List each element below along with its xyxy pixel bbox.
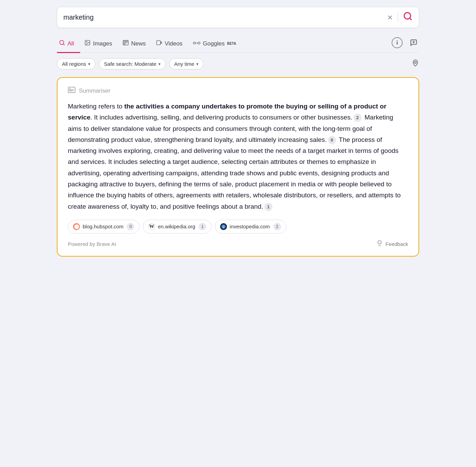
safe-search-filter[interactable]: Safe search: Moderate ▾ [99, 58, 166, 70]
videos-icon [156, 40, 162, 48]
region-filter-label: All regions [62, 61, 86, 67]
tab-goggles[interactable]: GogglesBETA [191, 37, 242, 52]
body-plain: Marketing refers to [68, 103, 124, 110]
investopedia-favicon: i [220, 223, 227, 230]
summariser-footer: Powered by Brave AI Feedback [68, 240, 408, 248]
cite-badge-1[interactable]: 1 [264, 203, 272, 211]
tab-images[interactable]: Images [82, 36, 118, 52]
svg-point-11 [414, 61, 416, 63]
filter-row: All regions ▾ Safe search: Moderate ▾ An… [57, 58, 419, 70]
nav-tabs: All Images News Videos [57, 36, 419, 53]
hubspot-favicon: ⬤ [73, 223, 80, 230]
hubspot-num: 0 [127, 223, 134, 230]
search-input[interactable] [63, 13, 387, 21]
body-rest1: . It includes advertising, selling, and … [91, 114, 352, 121]
time-chevron-icon: ▾ [196, 62, 198, 66]
source-pill-hubspot[interactable]: ⬤ blog.hubspot.com 0 [68, 220, 139, 234]
info-icon: i [396, 40, 398, 45]
feedback-icon-btn[interactable] [408, 37, 419, 48]
tab-news-label: News [131, 40, 146, 47]
svg-point-5 [86, 41, 87, 42]
news-icon [123, 40, 129, 48]
search-bar: ✕ [57, 7, 419, 28]
region-chevron-icon: ▾ [88, 62, 90, 66]
region-filter[interactable]: All regions ▾ [57, 58, 95, 70]
images-icon [84, 40, 91, 48]
summariser-header-icon [68, 87, 75, 95]
nav-right: i [392, 37, 419, 52]
hubspot-url: blog.hubspot.com [83, 224, 123, 229]
all-icon [59, 40, 65, 48]
svg-marker-8 [161, 42, 162, 44]
source-pills: ⬤ blog.hubspot.com 0 W en.wikipedia.org … [68, 220, 408, 234]
cite-badge-2[interactable]: 2 [353, 114, 362, 122]
feedback-button[interactable]: Feedback [376, 240, 408, 248]
feedback-label: Feedback [385, 241, 408, 247]
summariser-title: Summariser [79, 87, 111, 94]
svg-rect-7 [157, 41, 161, 45]
time-filter-label: Any time [174, 61, 194, 67]
safe-search-chevron-icon: ▾ [158, 62, 161, 66]
tab-videos-label: Videos [165, 40, 183, 47]
info-icon-btn[interactable]: i [392, 37, 403, 48]
svg-text:i: i [223, 225, 224, 229]
beta-badge: BETA [227, 42, 236, 45]
tab-all-label: All [68, 40, 74, 47]
wikipedia-url: en.wikipedia.org [158, 224, 195, 229]
svg-line-3 [63, 44, 64, 45]
tab-images-label: Images [93, 40, 112, 47]
source-pill-investopedia[interactable]: i investopedia.com 2 [215, 220, 286, 234]
wikipedia-num: 1 [199, 223, 206, 230]
powered-by-label: Powered by Brave AI [68, 241, 116, 247]
svg-line-1 [410, 18, 411, 20]
feedback-lightbulb-icon [376, 240, 383, 248]
summariser-card: Summariser Marketing refers to the activ… [57, 77, 419, 257]
tab-videos[interactable]: Videos [154, 36, 189, 52]
search-divider [398, 13, 399, 22]
safe-search-filter-label: Safe search: Moderate [104, 61, 156, 67]
tab-goggles-label: Goggles [203, 40, 225, 47]
body-rest3: The process of marketing involves explor… [68, 136, 401, 210]
investopedia-num: 2 [273, 223, 281, 230]
tab-all[interactable]: All [57, 36, 80, 52]
investopedia-url: investopedia.com [230, 224, 270, 229]
location-icon[interactable] [412, 59, 419, 69]
goggles-icon [193, 40, 200, 47]
cite-badge-0[interactable]: 0 [328, 136, 336, 144]
time-filter[interactable]: Any time ▾ [169, 58, 204, 70]
summariser-header: Summariser [68, 87, 408, 95]
summariser-body: Marketing refers to the activities a com… [68, 101, 408, 212]
wikipedia-favicon: W [148, 223, 155, 230]
source-pill-wikipedia[interactable]: W en.wikipedia.org 1 [143, 220, 211, 234]
search-submit-icon[interactable] [403, 11, 413, 23]
clear-icon[interactable]: ✕ [387, 13, 393, 22]
tab-news[interactable]: News [121, 36, 152, 52]
